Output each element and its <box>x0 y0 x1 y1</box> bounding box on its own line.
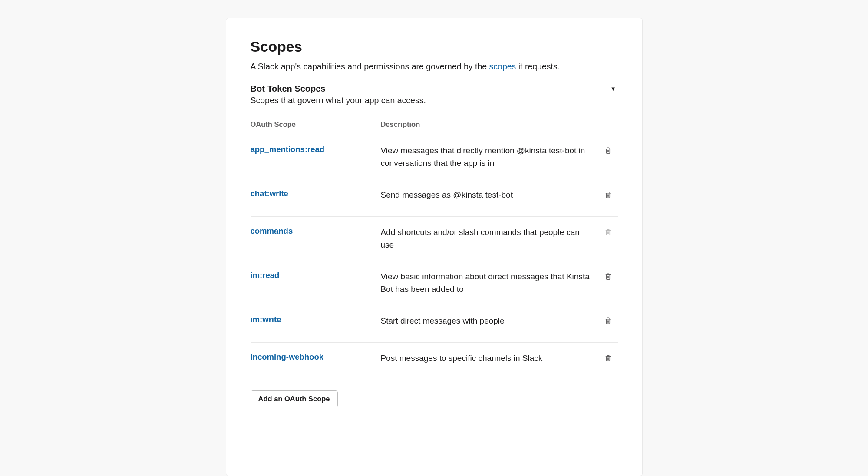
scope-description: Post messages to specific channels in Sl… <box>381 352 599 365</box>
trash-icon <box>604 191 612 199</box>
table-row: commandsAdd shortcuts and/or slash comma… <box>251 217 618 261</box>
scope-description: Start direct messages with people <box>381 315 599 327</box>
scopes-link[interactable]: scopes <box>489 62 516 71</box>
table-header: OAuth Scope Description <box>251 120 618 135</box>
table-row: app_mentions:readView messages that dire… <box>251 135 618 179</box>
delete-scope-button[interactable] <box>602 315 614 327</box>
scope-description: View messages that directly mention @kin… <box>381 145 599 169</box>
delete-scope-button <box>602 226 614 238</box>
scopes-card: Scopes A Slack app's capabilities and pe… <box>226 18 643 476</box>
table-row: im:writeStart direct messages with peopl… <box>251 305 618 343</box>
page-wrapper: Scopes A Slack app's capabilities and pe… <box>0 0 868 476</box>
scope-link[interactable]: incoming-webhook <box>251 352 324 361</box>
trash-icon <box>604 272 612 281</box>
bot-token-desc: Scopes that govern what your app can acc… <box>251 96 618 106</box>
bot-token-title: Bot Token Scopes <box>251 84 326 94</box>
divider <box>251 426 618 426</box>
intro-text: A Slack app's capabilities and permissio… <box>251 60 618 73</box>
header-description: Description <box>381 120 599 129</box>
trash-icon <box>604 317 612 325</box>
scope-description: Send messages as @kinsta test-bot <box>381 189 599 202</box>
bot-token-header[interactable]: Bot Token Scopes ▼ <box>251 84 618 94</box>
scope-link[interactable]: commands <box>251 226 293 235</box>
table-row: im:readView basic information about dire… <box>251 261 618 305</box>
intro-text-pre: A Slack app's capabilities and permissio… <box>251 62 489 71</box>
add-oauth-scope-button[interactable]: Add an OAuth Scope <box>251 390 338 407</box>
delete-scope-button[interactable] <box>602 271 614 282</box>
chevron-down-icon: ▼ <box>611 86 618 92</box>
scope-description: Add shortcuts and/or slash commands that… <box>381 226 599 251</box>
header-oauth-scope: OAuth Scope <box>251 120 381 129</box>
scope-link[interactable]: im:write <box>251 315 281 324</box>
trash-icon <box>604 228 612 236</box>
trash-icon <box>604 354 612 362</box>
scope-link[interactable]: app_mentions:read <box>251 145 325 154</box>
page-title: Scopes <box>251 38 618 55</box>
table-row: chat:writeSend messages as @kinsta test-… <box>251 179 618 217</box>
scope-link[interactable]: im:read <box>251 271 280 280</box>
scope-link[interactable]: chat:write <box>251 189 288 198</box>
scopes-table: OAuth Scope Description app_mentions:rea… <box>251 120 618 380</box>
delete-scope-button[interactable] <box>602 145 614 156</box>
delete-scope-button[interactable] <box>602 189 614 201</box>
delete-scope-button[interactable] <box>602 352 614 364</box>
trash-icon <box>604 146 612 155</box>
scope-description: View basic information about direct mess… <box>381 271 599 295</box>
table-row: incoming-webhookPost messages to specifi… <box>251 343 618 380</box>
intro-text-post: it requests. <box>516 62 560 71</box>
